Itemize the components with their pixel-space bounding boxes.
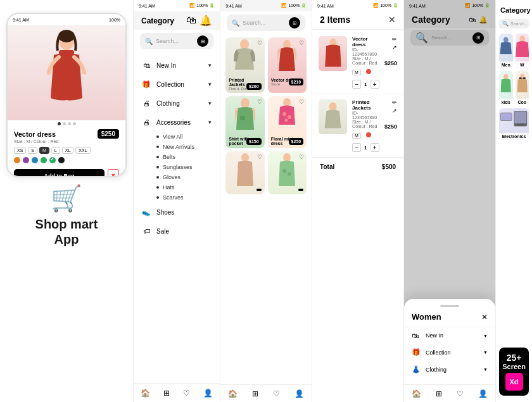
cart-share-icon-2[interactable]: ↗	[392, 108, 397, 114]
qty-2-minus[interactable]: −	[352, 143, 361, 152]
nav-home-icon[interactable]: 🏠	[141, 389, 150, 398]
cat-nav-heart[interactable]: ♡	[457, 389, 464, 398]
cart-item-1-size-badge[interactable]: M	[352, 70, 361, 75]
popup-clothing[interactable]: 👗 Clothing ▼	[404, 361, 495, 378]
sub-gloves[interactable]: Gloves	[134, 172, 220, 182]
cart-edit-icon-2[interactable]: ✏	[392, 99, 397, 106]
qty-1-minus[interactable]: −	[352, 80, 361, 89]
product-card-6[interactable]: ♡	[268, 151, 307, 194]
prod-nav-user[interactable]: 👤	[294, 389, 304, 398]
shirt-heart[interactable]: ♡	[257, 99, 262, 105]
category-women-thumb[interactable]: W	[516, 34, 529, 68]
cart-item-1-right: ✏ ↗ $250	[384, 36, 397, 66]
prod-search-bar[interactable]: 🔍 Search... ⊞	[227, 15, 305, 31]
sub-view-all[interactable]: View All	[134, 132, 220, 142]
floral-heart[interactable]: ♡	[299, 99, 304, 105]
color-green[interactable]	[41, 157, 47, 163]
size-xl[interactable]: XL	[62, 147, 74, 154]
menu-item-sale[interactable]: 🏷 Sale	[134, 222, 220, 241]
category-women-panel: 9:41 AM 📶 100% 🔋 Category 🛍 🔔 🔍 Search..…	[404, 0, 496, 402]
size-l[interactable]: L	[51, 147, 60, 154]
bell-icon-2[interactable]: 🔔	[200, 15, 212, 27]
cart-item-2-size-color: Size : M / Colour : Red	[352, 120, 379, 129]
svg-point-13	[282, 169, 286, 173]
sub-new-arrivals[interactable]: New Arrivals	[134, 142, 220, 152]
right-search-bar[interactable]: 🔍 Search...	[499, 19, 529, 28]
women-thumb-svg	[516, 34, 529, 58]
qty-1-plus[interactable]: +	[370, 80, 379, 89]
women-popup: Women ✕ 🛍 New In ▼ 🎁 Collection ▼	[404, 299, 495, 384]
bag-icon-2[interactable]: 🛍	[186, 15, 196, 27]
add-to-bag-button[interactable]: Add to Bag	[14, 169, 104, 177]
wishlist-button[interactable]: ♥	[108, 169, 119, 177]
status-time: 9:41 AM	[13, 18, 29, 22]
cart-edit-icon-1[interactable]: ✏	[392, 36, 397, 42]
sub-hats[interactable]: Hats	[134, 182, 220, 192]
product-card-printed-jackets[interactable]: ♡ Printed Jackets Find it. Discover $200	[225, 37, 264, 93]
color-black[interactable]	[58, 157, 65, 163]
menu-item-clothing[interactable]: 🖨 Clothing ▼	[134, 94, 220, 113]
cat-nav-user[interactable]: 👤	[478, 389, 488, 398]
product-card-shirt[interactable]: ♡ Shirt with pocket $150	[225, 96, 264, 148]
menu-search-bar[interactable]: 🔍 Search... ⊞	[140, 33, 213, 49]
menu-item-acc-left: 🖨 Accessories	[141, 117, 191, 127]
color-purple[interactable]	[23, 157, 29, 163]
color-green-selected[interactable]: ✓	[49, 157, 56, 163]
sub-sunglasses[interactable]: Sunglasses	[134, 162, 220, 172]
cart-item-2-size-badge[interactable]: M	[352, 133, 361, 139]
category-cool[interactable]: Coo	[516, 71, 529, 106]
size-s[interactable]: S	[28, 147, 37, 154]
popup-close-button[interactable]: ✕	[481, 313, 488, 322]
beige-svg	[236, 153, 254, 188]
svg-point-14	[288, 172, 291, 176]
cool-svg	[516, 73, 529, 95]
scan-icon[interactable]: ⊞	[197, 35, 208, 47]
nav-grid-icon[interactable]: ⊞	[163, 389, 170, 398]
prod-nav-home[interactable]: 🏠	[228, 389, 238, 398]
cart-share-icon-1[interactable]: ↗	[392, 44, 397, 51]
menu-item-shoes[interactable]: 👟 Shoes	[134, 203, 220, 222]
jacket-info: Printed Jackets Find it. Discover $200	[225, 75, 264, 93]
prod-time: 9:41 AM	[225, 4, 242, 8]
category-kids[interactable]: kids	[499, 71, 512, 106]
menu-item-collection[interactable]: 🎁 Collection ▼	[134, 75, 220, 94]
prod-nav-heart[interactable]: ♡	[273, 389, 280, 398]
cat-nav-grid[interactable]: ⊞	[436, 389, 442, 398]
product-card-vector-dress[interactable]: ♡ Vector dress Store $210	[268, 37, 307, 93]
product-card-floral[interactable]: ♡ Floral mini dress $250	[268, 96, 307, 148]
category-men[interactable]: Men	[499, 34, 512, 68]
color-blue[interactable]	[32, 157, 38, 163]
prod-search-icon: 🔍	[232, 20, 239, 27]
cart-item-2-color	[366, 132, 371, 137]
menu-time: 9:41 AM	[139, 4, 155, 8]
menu-item-accessories[interactable]: 🖨 Accessories ▼	[134, 113, 220, 132]
p5-heart[interactable]: ♡	[257, 154, 262, 160]
shirt-info: Shirt with pocket $150	[225, 134, 264, 148]
prod-scan-icon[interactable]: ⊞	[289, 17, 300, 28]
jacket-heart[interactable]: ♡	[257, 40, 262, 46]
category-electronics[interactable]: Electronics	[499, 108, 529, 140]
woman-svg	[41, 28, 92, 117]
size-m[interactable]: M	[39, 147, 49, 154]
p6-heart[interactable]: ♡	[299, 154, 304, 160]
popup-drag-handle[interactable]	[440, 305, 459, 307]
popup-collection[interactable]: 🎁 Collection ▼	[404, 344, 495, 361]
nav-heart-icon[interactable]: ♡	[183, 389, 190, 398]
popup-new-in[interactable]: 🛍 New In ▼	[404, 327, 495, 344]
sub-scarves[interactable]: Scarves	[134, 192, 220, 203]
cart-close-button[interactable]: ✕	[388, 15, 396, 25]
sub-belts[interactable]: Belts	[134, 152, 220, 162]
menu-item-sale-left: 🏷 Sale	[141, 226, 169, 236]
menu-item-new-in[interactable]: 🛍 New In ▼	[134, 56, 220, 75]
prod-nav-grid[interactable]: ⊞	[252, 389, 258, 398]
cat-nav-home[interactable]: 🏠	[412, 389, 421, 398]
product-card-5[interactable]: ♡	[225, 151, 264, 194]
status-bar-1: 9:41 AM 100%	[8, 14, 125, 25]
dress-heart[interactable]: ♡	[299, 40, 304, 46]
color-orange[interactable]	[14, 157, 20, 163]
nav-user-icon[interactable]: 👤	[203, 389, 213, 398]
cart-time: 9:41 AM	[317, 4, 334, 8]
size-xs[interactable]: XS	[14, 147, 26, 154]
qty-2-plus[interactable]: +	[370, 143, 379, 152]
size-xxl[interactable]: XXL	[75, 147, 90, 154]
